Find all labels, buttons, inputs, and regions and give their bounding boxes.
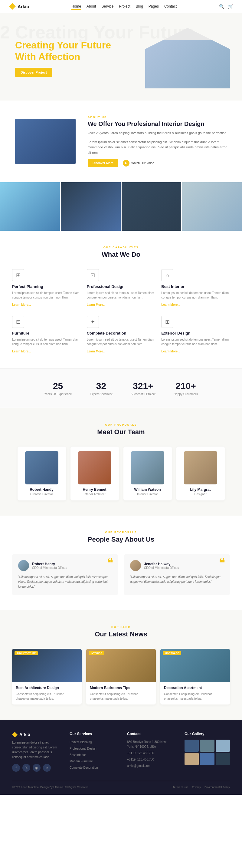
learn-more-3[interactable]: Learn More... bbox=[12, 350, 31, 353]
nav-item-project[interactable]: Project bbox=[119, 4, 130, 8]
about-building-image bbox=[15, 119, 76, 164]
nav-actions: 🔍 🛒 bbox=[219, 4, 233, 9]
learn-more-4[interactable]: Learn More... bbox=[87, 350, 106, 353]
footer-contact: Contact 880 Broklyn Road 1 380 New York,… bbox=[127, 732, 172, 772]
team-grid: Robert Handy Creative Director Henry Ben… bbox=[12, 446, 230, 500]
cart-icon[interactable]: 🛒 bbox=[228, 4, 233, 9]
footer-service-4[interactable]: Complete Decoration bbox=[70, 765, 115, 770]
testi-text-0: "Ullamcorper a sit at sit. Augue non dia… bbox=[18, 575, 112, 589]
capability-perfect-planning: ⊞ Perfect Planning Lorem ipsum sed sit d… bbox=[12, 269, 81, 307]
cap-name-3: Furniture bbox=[12, 331, 81, 336]
team-photo-william bbox=[131, 451, 164, 485]
team-name-1: Henry Bennet bbox=[75, 488, 114, 492]
learn-more-0[interactable]: Learn More... bbox=[12, 303, 31, 306]
capabilities-grid: ⊞ Perfect Planning Lorem ipsum sed sit d… bbox=[12, 269, 230, 353]
footer-service-2[interactable]: Best Interior bbox=[70, 752, 115, 757]
discover-more-button[interactable]: Discover More bbox=[88, 159, 118, 167]
logo[interactable]: Arkio bbox=[9, 3, 29, 10]
footer-service-0[interactable]: Perfect Planning bbox=[70, 740, 115, 744]
footer-gallery-img-1 bbox=[184, 740, 199, 752]
perfect-planning-icon: ⊞ bbox=[12, 269, 24, 281]
testi-header-0: Robert Henry CEO of Minnesota Offices bbox=[18, 560, 112, 571]
news-section: OUR BLOG Our Latest News ARCHITECTURE Be… bbox=[0, 610, 242, 720]
capabilities-section: OUR CAPABILITIES What We Do ⊞ Perfect Pl… bbox=[0, 231, 242, 368]
footer-gallery-grid bbox=[184, 740, 230, 765]
nav-item-contact[interactable]: Contact bbox=[164, 4, 177, 8]
learn-more-5[interactable]: Learn More... bbox=[161, 350, 180, 353]
linkedin-icon[interactable]: in bbox=[43, 764, 51, 772]
nav-item-blog[interactable]: Blog bbox=[136, 4, 143, 8]
testimonial-0: ❝ Robert Henry CEO of Minnesota Offices … bbox=[12, 554, 118, 595]
cap-desc-2: Lorem ipsum sed sit do tempus usect Tame… bbox=[161, 291, 230, 300]
about-actions: Discover More ▶ Watch Our Video bbox=[88, 159, 227, 167]
stat-projects: 321+ Successful Project bbox=[131, 381, 155, 396]
news-desc-0: Consectetur adipiscing elit. Pulvinar ph… bbox=[16, 692, 78, 701]
team-name-2: William Watson bbox=[128, 488, 167, 492]
twitter-icon[interactable]: 𝕏 bbox=[23, 764, 30, 772]
facebook-icon[interactable]: f bbox=[12, 764, 20, 772]
testi-info-1: Jenefer Haiway CEO of Minnesota Offices bbox=[144, 562, 179, 569]
gallery-image-4 bbox=[182, 182, 242, 231]
team-role-2: Interior Director bbox=[128, 493, 167, 496]
hero-cta-button[interactable]: Discover Project bbox=[15, 68, 52, 77]
gallery-image-2 bbox=[61, 182, 121, 231]
testi-company-1: CEO of Minnesota Offices bbox=[144, 566, 179, 569]
terms-link[interactable]: Terms of use bbox=[173, 786, 188, 789]
cap-name-4: Complete Decoration bbox=[87, 331, 155, 336]
news-grid: ARCHITECTURE Best Architecture Design Co… bbox=[12, 649, 230, 705]
privacy-link[interactable]: Privacy bbox=[192, 786, 201, 789]
about-body: Lorem ipsum dolor sit amet consectetur a… bbox=[88, 140, 227, 156]
footer-services-title: Our Services bbox=[70, 732, 115, 736]
footer-contact-title: Contact bbox=[127, 732, 172, 736]
team-card-3: Lily Margrat Designer bbox=[176, 446, 225, 500]
stat-label-2: Successful Project bbox=[131, 392, 155, 396]
footer-gallery-img-4 bbox=[184, 753, 199, 765]
testi-avatar-1 bbox=[130, 560, 141, 571]
instagram-icon[interactable]: ◉ bbox=[33, 764, 40, 772]
news-content-0: Best Architecture Design Consectetur adi… bbox=[12, 682, 82, 705]
logo-icon bbox=[9, 3, 16, 10]
footer-gallery-img-6 bbox=[216, 753, 230, 765]
team-card-2: William Watson Interior Director bbox=[124, 446, 172, 500]
team-section: OUR PROPOSALS Meet Our Team Robert Handy… bbox=[0, 408, 242, 516]
news-title-2[interactable]: Decoration Apartment bbox=[164, 686, 226, 690]
stat-label-1: Expert Specialist bbox=[90, 392, 112, 396]
footer-service-3[interactable]: Modern Furniture bbox=[70, 759, 115, 763]
footer-phone-1: +8119. 123.456.780 bbox=[127, 751, 172, 756]
testi-name-0: Robert Henry bbox=[32, 562, 67, 566]
hero-house-inner bbox=[145, 40, 230, 88]
nav-item-about[interactable]: About bbox=[87, 4, 96, 8]
testi-info-0: Robert Henry CEO of Minnesota Offices bbox=[32, 562, 67, 569]
nav-item-service[interactable]: Service bbox=[101, 4, 113, 8]
testi-name-1: Jenefer Haiway bbox=[144, 562, 179, 566]
news-title-1[interactable]: Modern Bedrooms Tips bbox=[90, 686, 152, 690]
watch-video-button[interactable]: ▶ Watch Our Video bbox=[123, 160, 154, 166]
news-title: Our Latest News bbox=[12, 630, 230, 638]
testi-text-1: "Ullamcorper a sit at sit. Augue non dia… bbox=[130, 575, 224, 584]
navigation: Arkio Home About Service Project Blog Pa… bbox=[0, 0, 242, 13]
footer-gallery-img-5 bbox=[200, 753, 214, 765]
news-title-0[interactable]: Best Architecture Design bbox=[16, 686, 78, 690]
nav-item-home[interactable]: Home bbox=[71, 4, 81, 8]
footer-gallery-img-3 bbox=[216, 740, 230, 752]
nav-item-pages[interactable]: Pages bbox=[148, 4, 159, 8]
footer-services: Our Services Perfect Planning Profession… bbox=[70, 732, 115, 772]
stat-specialists: 32 Expert Specialist bbox=[90, 381, 112, 396]
exterior-design-icon: ⊞ bbox=[161, 316, 173, 328]
footer-logo-icon bbox=[12, 732, 18, 737]
learn-more-2[interactable]: Learn More... bbox=[161, 303, 180, 306]
team-card-1: Henry Bennet Interior Architect bbox=[70, 446, 119, 500]
footer-service-1[interactable]: Professional Design bbox=[70, 746, 115, 750]
about-title: We Offer You Profesional Interior Design bbox=[88, 121, 227, 127]
footer-brand: Arkio Lorem ipsum dolor sit amet consect… bbox=[12, 732, 58, 772]
learn-more-1[interactable]: Learn More... bbox=[87, 303, 106, 306]
stat-customers: 210+ Happy Customers bbox=[174, 381, 198, 396]
professional-design-icon: ⊡ bbox=[87, 269, 99, 281]
complete-decoration-icon: ✦ bbox=[87, 316, 99, 328]
stat-num-0: 25 bbox=[44, 381, 72, 391]
about-tag: ABOUT US bbox=[88, 116, 227, 119]
search-icon[interactable]: 🔍 bbox=[219, 4, 224, 9]
environmental-link[interactable]: Environmental Policy bbox=[205, 786, 230, 789]
team-name-3: Lily Margrat bbox=[181, 488, 220, 492]
footer-gallery-img-2 bbox=[200, 740, 214, 752]
